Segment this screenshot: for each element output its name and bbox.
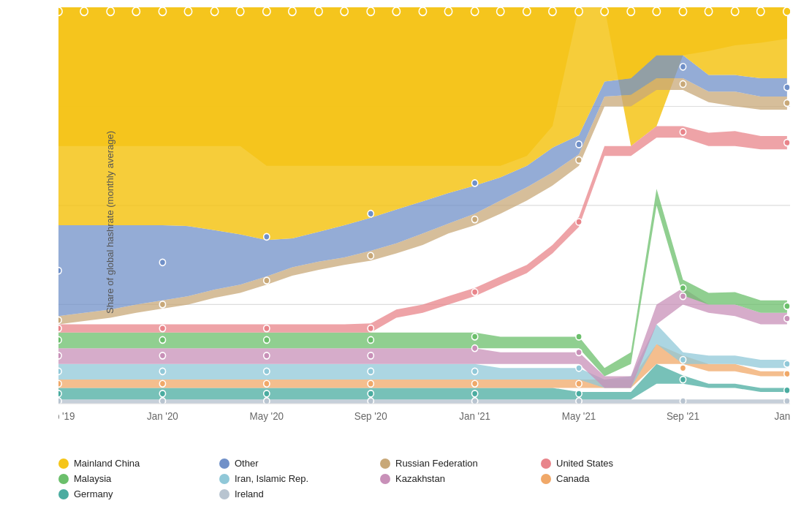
- svg-point-101: [315, 7, 322, 15]
- russia-label: Russian Federation: [395, 458, 478, 469]
- svg-point-36: [159, 380, 165, 387]
- svg-point-67: [58, 325, 61, 332]
- svg-point-82: [784, 99, 790, 106]
- svg-point-48: [576, 365, 582, 371]
- malaysia-dot: [58, 474, 69, 484]
- svg-point-49: [680, 357, 686, 363]
- svg-point-34: [784, 387, 790, 393]
- svg-point-64: [576, 333, 582, 340]
- svg-point-60: [159, 336, 165, 343]
- svg-point-62: [368, 336, 373, 343]
- svg-point-75: [58, 317, 61, 323]
- svg-point-59: [58, 336, 61, 343]
- svg-point-46: [368, 368, 373, 374]
- svg-point-109: [523, 7, 531, 15]
- svg-point-93: [107, 7, 114, 15]
- svg-point-72: [576, 219, 582, 225]
- germany-label: Germany: [74, 488, 113, 499]
- chart-container: Share of global hashrate (monthly averag…: [0, 0, 812, 517]
- svg-point-41: [680, 365, 686, 371]
- svg-point-37: [264, 380, 270, 387]
- svg-text:Sep '20: Sep '20: [354, 410, 387, 423]
- svg-text:Jan '20: Jan '20: [147, 410, 178, 423]
- svg-point-23: [472, 398, 478, 404]
- legend-area: Mainland China Other Russian Federation …: [15, 437, 797, 517]
- svg-point-51: [58, 352, 61, 359]
- svg-point-107: [471, 7, 478, 15]
- svg-point-100: [289, 7, 296, 15]
- svg-point-94: [132, 7, 140, 15]
- svg-point-19: [58, 398, 61, 404]
- svg-point-73: [680, 129, 686, 135]
- svg-text:May '20: May '20: [250, 410, 284, 423]
- svg-point-35: [58, 380, 61, 387]
- svg-point-32: [576, 390, 582, 397]
- svg-point-20: [159, 398, 165, 404]
- svg-point-66: [784, 303, 790, 309]
- svg-point-42: [784, 371, 790, 377]
- svg-point-106: [444, 7, 452, 15]
- legend-item-canada: Canada: [541, 473, 702, 484]
- svg-point-58: [784, 315, 790, 322]
- legend-row-1: Mainland China Other Russian Federation …: [58, 458, 797, 469]
- svg-point-39: [472, 380, 478, 387]
- ireland-dot: [219, 489, 229, 499]
- svg-point-115: [679, 7, 686, 15]
- svg-point-79: [472, 216, 478, 223]
- svg-point-55: [472, 345, 478, 352]
- svg-text:Jan '22: Jan '22: [775, 410, 790, 423]
- svg-point-24: [576, 398, 582, 404]
- svg-point-63: [472, 333, 478, 340]
- svg-point-102: [341, 7, 348, 15]
- svg-point-81: [680, 80, 686, 87]
- other-dot: [219, 458, 229, 469]
- y-axis-label: Share of global hashrate (monthly averag…: [105, 130, 115, 313]
- svg-point-76: [159, 301, 165, 308]
- ireland-area: [58, 399, 787, 404]
- svg-point-87: [472, 180, 478, 186]
- svg-point-74: [784, 140, 790, 146]
- svg-point-54: [368, 352, 373, 359]
- svg-point-92: [80, 7, 88, 15]
- svg-point-85: [264, 233, 270, 240]
- svg-point-116: [705, 7, 712, 15]
- china-dot: [58, 458, 69, 469]
- legend-item-germany: Germany: [58, 488, 219, 499]
- svg-point-112: [601, 7, 608, 15]
- svg-point-119: [783, 7, 790, 15]
- svg-point-40: [576, 380, 582, 387]
- svg-point-110: [549, 7, 556, 15]
- canada-dot: [541, 474, 551, 484]
- svg-point-113: [627, 7, 634, 15]
- svg-point-28: [159, 390, 165, 397]
- svg-point-95: [159, 7, 166, 15]
- svg-point-84: [159, 259, 165, 265]
- svg-point-68: [159, 325, 165, 332]
- svg-point-25: [680, 398, 686, 404]
- svg-point-33: [680, 377, 686, 383]
- legend-item-malaysia: Malaysia: [58, 473, 219, 484]
- svg-text:May '21: May '21: [562, 410, 596, 423]
- svg-point-80: [576, 156, 582, 163]
- svg-point-22: [368, 398, 373, 404]
- svg-point-97: [210, 7, 218, 15]
- svg-point-78: [368, 252, 373, 259]
- canada-label: Canada: [556, 473, 590, 484]
- legend-item-iran: Iran, Islamic Rep.: [219, 473, 380, 484]
- svg-point-114: [653, 7, 660, 15]
- svg-point-117: [732, 7, 739, 15]
- china-label: Mainland China: [74, 458, 140, 469]
- legend-item-other: Other: [219, 458, 380, 469]
- svg-point-65: [680, 284, 686, 291]
- svg-point-89: [680, 64, 686, 70]
- svg-point-99: [263, 7, 270, 15]
- svg-point-29: [264, 390, 270, 397]
- svg-point-27: [58, 390, 61, 397]
- iran-label: Iran, Islamic Rep.: [235, 473, 308, 484]
- usa-label: United States: [556, 458, 613, 469]
- svg-text:Jan '21: Jan '21: [459, 410, 490, 423]
- svg-point-98: [237, 7, 244, 15]
- svg-point-71: [472, 289, 478, 295]
- svg-point-91: [58, 7, 62, 15]
- svg-point-56: [576, 349, 582, 355]
